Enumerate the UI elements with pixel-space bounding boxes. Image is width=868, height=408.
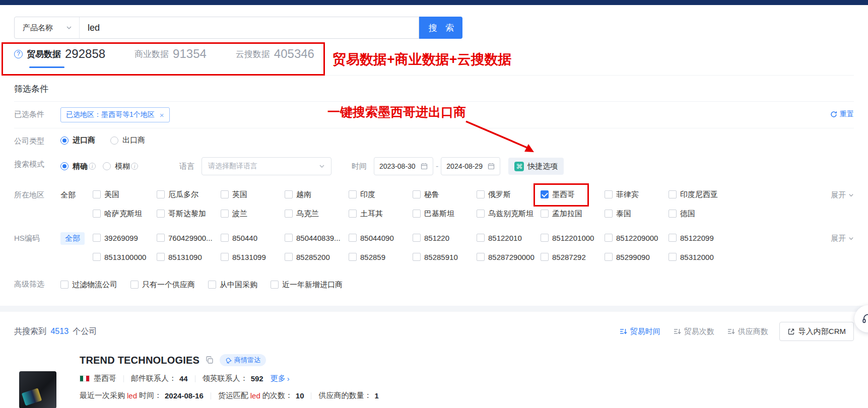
- hs-code-checkbox[interactable]: 85131099: [221, 250, 285, 263]
- region-checkbox[interactable]: 乌兹别克斯坦: [477, 207, 541, 220]
- region-checkbox[interactable]: 波兰: [221, 207, 285, 220]
- checkbox-label: 85299090: [616, 253, 650, 261]
- command-icon: ⌘: [514, 162, 524, 171]
- hs-code-checkbox[interactable]: 850440839...: [285, 231, 349, 244]
- checkbox-label: 巴基斯坦: [424, 209, 454, 219]
- selected-region-tag[interactable]: 已选地区：墨西哥等1个地区 ×: [60, 107, 170, 122]
- info-icon[interactable]: i: [89, 163, 96, 170]
- region-checkbox[interactable]: 厄瓜多尔: [157, 188, 221, 201]
- region-checkbox-grid: 美国 厄瓜多尔 英国 越南 印度 秘鲁 俄罗斯 墨西哥 菲律宾 印度尼西亚 哈萨…: [93, 188, 831, 220]
- region-checkbox[interactable]: 土耳其: [349, 207, 413, 220]
- hs-code-checkbox[interactable]: 85122099: [669, 231, 732, 244]
- search-input-group: 产品名称: [14, 17, 419, 39]
- info-icon[interactable]: i: [131, 163, 138, 170]
- checkbox-box: [605, 253, 613, 261]
- region-checkbox[interactable]: 印度尼西亚: [669, 188, 732, 201]
- exact-mode-radio[interactable]: [60, 162, 69, 170]
- business-radar-badge[interactable]: 商情雷达: [220, 354, 266, 366]
- region-checkbox[interactable]: 哈萨克斯坦: [93, 207, 157, 220]
- hs-code-checkbox[interactable]: 851220: [413, 231, 477, 244]
- checkbox-box: [157, 210, 165, 218]
- summary-count: 4513: [50, 327, 69, 335]
- date-to-input[interactable]: 2024-08-29: [441, 157, 500, 175]
- hs-code-checkbox[interactable]: 8513100000: [93, 250, 157, 263]
- checkbox-label: 8512209000: [616, 234, 658, 242]
- region-expand-button[interactable]: 展开: [831, 188, 854, 200]
- hs-code-checkbox[interactable]: 760429900...: [157, 231, 221, 244]
- region-checkbox[interactable]: 巴基斯坦: [413, 207, 477, 220]
- checkbox-box: [130, 281, 139, 289]
- fuzzy-mode-radio[interactable]: [103, 162, 111, 170]
- region-checkbox[interactable]: 美国: [93, 188, 157, 201]
- tab-trade-data[interactable]: ? 贸易数据 292858: [14, 47, 105, 62]
- region-checkbox[interactable]: 孟加拉国: [541, 207, 605, 220]
- hs-code-checkbox[interactable]: 852859: [349, 250, 413, 263]
- hs-code-checkbox[interactable]: 39269099: [93, 231, 157, 244]
- region-checkbox[interactable]: 乌克兰: [285, 207, 349, 220]
- region-checkbox[interactable]: 越南: [285, 188, 349, 201]
- date-from-input[interactable]: 2023-08-30: [374, 157, 433, 175]
- advanced-checkbox[interactable]: 过滤物流公司: [60, 278, 117, 291]
- region-checkbox[interactable]: 德国: [669, 207, 732, 220]
- region-checkbox[interactable]: 秘鲁: [413, 188, 477, 201]
- company-name[interactable]: TREND TECHNOLOGIES: [80, 355, 199, 366]
- quick-options-button[interactable]: ⌘ 快捷选项: [508, 158, 564, 175]
- hs-expand-button[interactable]: 展开: [831, 231, 854, 243]
- checkbox-box: [413, 190, 421, 198]
- tab-cloud-search-data[interactable]: 云搜数据 405346: [236, 47, 314, 62]
- sort-trade-time[interactable]: 贸易时间: [620, 327, 660, 336]
- advanced-checkbox[interactable]: 近一年新增进口商: [271, 278, 343, 291]
- search-category-select[interactable]: 产品名称: [15, 17, 80, 38]
- more-link[interactable]: 更多 ›: [271, 374, 290, 383]
- checkbox-box: [477, 253, 485, 261]
- exporter-radio[interactable]: [110, 137, 118, 145]
- search-input[interactable]: [80, 17, 419, 38]
- hs-code-checkbox[interactable]: 85122010: [477, 231, 541, 244]
- hs-code-checkbox[interactable]: 8512209000: [605, 231, 669, 244]
- copy-icon[interactable]: [206, 356, 214, 364]
- region-checkbox[interactable]: 菲律宾: [605, 188, 669, 201]
- sort-supplier-count[interactable]: 供应商数: [727, 327, 768, 336]
- region-checkbox[interactable]: 哥斯达黎加: [157, 207, 221, 220]
- checkbox-label: 760429900...: [168, 234, 213, 242]
- reset-label: 重置: [840, 110, 854, 119]
- sort-trade-count[interactable]: 贸易次数: [674, 327, 714, 336]
- hs-code-checkbox[interactable]: 85287290000: [477, 250, 541, 263]
- hs-code-checkbox[interactable]: 85299090: [605, 250, 669, 263]
- region-all-option[interactable]: 全部: [60, 188, 93, 200]
- tab-business-data[interactable]: 商业数据 91354: [135, 47, 207, 62]
- checkbox-box: [605, 234, 613, 242]
- quick-options-label: 快捷选项: [527, 162, 558, 171]
- language-select[interactable]: 请选择翻译语言: [202, 157, 331, 175]
- close-icon[interactable]: ×: [160, 111, 164, 119]
- hs-code-checkbox[interactable]: 8512201000: [541, 231, 605, 244]
- hs-all-option[interactable]: 全部: [60, 232, 85, 245]
- hs-code-checkbox[interactable]: 85312000: [669, 250, 732, 263]
- hs-code-checkbox[interactable]: 85285910: [413, 250, 477, 263]
- importer-radio[interactable]: [60, 137, 69, 145]
- hs-code-checkbox[interactable]: 85131090: [157, 250, 221, 263]
- purchase-prefix: 最近一次采购: [80, 391, 125, 400]
- region-checkbox[interactable]: 泰国: [605, 207, 669, 220]
- hs-code-checkbox[interactable]: 85287292: [541, 250, 605, 263]
- import-crm-button[interactable]: 导入内部CRM: [779, 322, 854, 341]
- company-thumbnail[interactable]: [19, 371, 56, 408]
- hs-code-checkbox[interactable]: 85044090: [349, 231, 413, 244]
- checkbox-label: 厄瓜多尔: [168, 190, 198, 199]
- checkbox-label: 乌兹别克斯坦: [488, 209, 533, 219]
- region-checkbox[interactable]: 印度: [349, 188, 413, 201]
- region-checkbox[interactable]: 俄罗斯: [477, 188, 541, 201]
- region-row: 所在地区 全部 美国 厄瓜多尔 英国 越南 印度 秘鲁 俄罗斯 墨西哥 菲律宾 …: [14, 181, 854, 226]
- reset-button[interactable]: 重置: [830, 107, 854, 119]
- advanced-checkbox[interactable]: 只有一个供应商: [130, 278, 195, 291]
- email-contacts-count: 44: [179, 374, 188, 383]
- region-checkbox-mexico[interactable]: 墨西哥: [541, 188, 605, 201]
- hs-code-checkbox[interactable]: 85285200: [285, 250, 349, 263]
- advanced-checkbox[interactable]: 从中国采购: [208, 278, 257, 291]
- search-button[interactable]: 搜 索: [419, 17, 462, 39]
- region-checkbox[interactable]: 英国: [221, 188, 285, 201]
- date-from-value: 2023-08-30: [379, 162, 417, 170]
- hs-code-checkbox[interactable]: 850440: [221, 231, 285, 244]
- checkbox-label: 孟加拉国: [552, 209, 582, 219]
- help-icon[interactable]: ?: [14, 50, 23, 58]
